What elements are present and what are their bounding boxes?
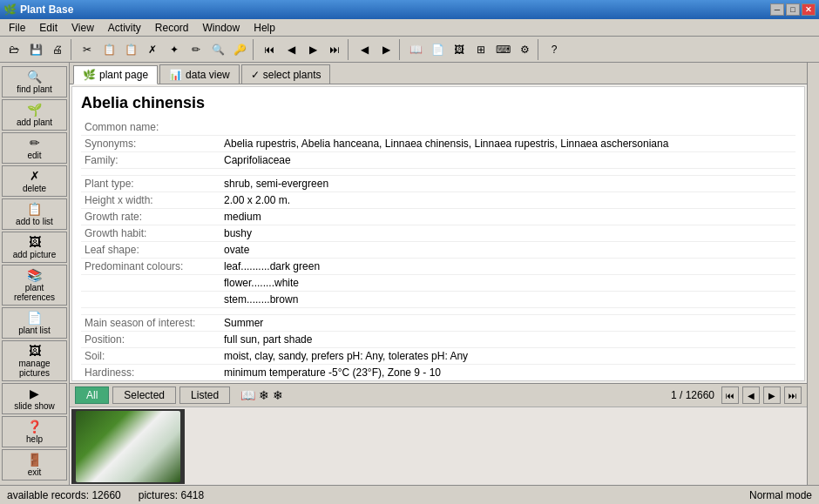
nav-first-button[interactable]: ⏮ [721, 386, 739, 404]
season-label: Main season of interest: [81, 315, 220, 332]
tab-select-plants-icon: ✓ [251, 69, 260, 81]
delete-icon: ✗ [30, 169, 40, 183]
common-name-row: Common name: [81, 119, 795, 136]
sidebar-exit[interactable]: 🚪 exit [2, 449, 67, 480]
nav-prev-button[interactable]: ◀ [742, 386, 760, 404]
toolbar-forward[interactable]: ▶ [376, 39, 396, 60]
menu-file[interactable]: File [2, 20, 32, 36]
toolbar-nav-prev[interactable]: ◀ [281, 39, 301, 60]
toolbar-list[interactable]: 📄 [427, 39, 448, 60]
sidebar: 🔍 find plant 🌱 add plant ✏ edit ✗ delete… [0, 63, 70, 485]
content-area: 🌿 plant page 📊 data view ✓ select plants… [70, 63, 807, 485]
common-name-label: Common name: [81, 119, 220, 136]
origin-row: Origin: China [81, 381, 795, 382]
nav-next-button[interactable]: ▶ [763, 386, 781, 404]
add-plant-icon: 🌱 [27, 103, 42, 117]
toolbar-copy[interactable]: 📋 [98, 39, 119, 60]
toolbar-help[interactable]: ? [544, 39, 565, 60]
sidebar-find-plant[interactable]: 🔍 find plant [2, 66, 67, 97]
minimize-button[interactable]: ─ [770, 3, 784, 16]
sidebar-plant-list[interactable]: 📄 plant list [2, 307, 67, 339]
sidebar-add-plant[interactable]: 🌱 add plant [2, 99, 67, 131]
menu-view[interactable]: View [64, 20, 101, 36]
nav-last-button[interactable]: ⏭ [784, 386, 802, 404]
toolbar-print[interactable]: 🖨 [47, 39, 68, 60]
toolbar-book[interactable]: 📖 [405, 39, 426, 60]
toolbar-nav-last[interactable]: ⏭ [324, 39, 345, 60]
leaf-shape-label: Leaf shape: [81, 242, 220, 259]
plant-info-table: Common name: Synonyms: Abelia rupestris,… [81, 119, 795, 381]
season-row: Main season of interest: Summer [81, 315, 795, 332]
toolbar-cut[interactable]: ✂ [77, 39, 98, 60]
tab-data-view[interactable]: 📊 data view [159, 64, 240, 84]
sidebar-add-picture[interactable]: 🖼 add picture [2, 232, 67, 263]
plant-references-label: plant references [4, 283, 64, 302]
sidebar-add-to-list[interactable]: 📋 add to list [2, 198, 67, 230]
toolbar-keyboard[interactable]: ⌨ [492, 39, 513, 60]
close-button[interactable]: ✕ [802, 3, 816, 16]
toolbar-sep-4 [399, 39, 403, 60]
image-thumbnail[interactable] [71, 409, 185, 484]
growth-habit-value: bushy [220, 225, 795, 242]
slide-show-icon: ▶ [30, 386, 39, 400]
toolbar-back[interactable]: ◀ [354, 39, 375, 60]
nav-selected-button[interactable]: Selected [112, 386, 176, 404]
main-layout: 🔍 find plant 🌱 add plant ✏ edit ✗ delete… [0, 63, 819, 485]
plant-list-label: plant list [18, 326, 51, 335]
sidebar-manage-pictures[interactable]: 🖼 manage pictures [2, 340, 67, 381]
find-plant-icon: 🔍 [27, 70, 42, 84]
toolbar-open[interactable]: 🗁 [3, 39, 24, 60]
height-row: Height x width: 2.00 x 2.00 m. [81, 192, 795, 209]
toolbar-settings[interactable]: ⚙ [514, 39, 535, 60]
sidebar-slide-show[interactable]: ▶ slide show [2, 383, 67, 414]
statusbar: available records: 12660 pictures: 6418 … [0, 485, 819, 504]
sidebar-help[interactable]: ❓ help [2, 416, 67, 447]
record-count: 1 / 12660 [671, 389, 714, 401]
toolbar-grid[interactable]: ⊞ [470, 39, 491, 60]
growth-rate-row: Growth rate: medium [81, 209, 795, 225]
app-icon: 🌿 [3, 3, 17, 16]
sidebar-edit[interactable]: ✏ edit [2, 132, 67, 164]
app-title: Plant Base [20, 3, 73, 16]
nav-snowflake-icon-1: ❄ [259, 388, 269, 402]
toolbar-sep-5 [538, 39, 541, 60]
toolbar-save[interactable]: 💾 [25, 39, 46, 60]
menu-window[interactable]: Window [196, 20, 247, 36]
toolbar-nav-first[interactable]: ⏮ [259, 39, 280, 60]
menu-help[interactable]: Help [247, 20, 282, 36]
help-label: help [26, 434, 43, 444]
origin-value: China [220, 381, 795, 382]
position-row: Position: full sun, part shade [81, 332, 795, 348]
toolbar-nav-play[interactable]: ▶ [302, 39, 323, 60]
sidebar-delete[interactable]: ✗ delete [2, 165, 67, 197]
toolbar-new[interactable]: ✦ [164, 39, 185, 60]
nav-listed-button[interactable]: Listed [179, 386, 230, 404]
tab-plant-page[interactable]: 🌿 plant page [73, 65, 158, 84]
delete-label: delete [23, 184, 46, 193]
nav-all-button[interactable]: All [75, 386, 109, 404]
maximize-button[interactable]: □ [786, 3, 800, 16]
hardiness-value: minimum temperature -5°C (23°F), Zone 9 … [220, 365, 795, 381]
colours-leaf-value: leaf..........dark green [220, 259, 795, 275]
tab-select-plants[interactable]: ✓ select plants [241, 64, 331, 84]
gap-row-1 [81, 169, 795, 176]
help-icon: ❓ [27, 420, 42, 433]
menu-record[interactable]: Record [148, 20, 196, 36]
menu-edit[interactable]: Edit [32, 20, 64, 36]
menu-activity[interactable]: Activity [101, 20, 148, 36]
toolbar-search[interactable]: 🔍 [207, 39, 228, 60]
toolbar-edit[interactable]: ✏ [186, 39, 206, 60]
toolbar-key[interactable]: 🔑 [229, 39, 250, 60]
height-label: Height x width: [81, 192, 220, 209]
sidebar-plant-references[interactable]: 📚 plant references [2, 265, 67, 306]
toolbar-delete[interactable]: ✗ [142, 39, 163, 60]
common-name-value [220, 119, 795, 136]
nav-book-icon: 📖 [240, 388, 255, 402]
colours-row-flower: flower........white [81, 275, 795, 292]
toolbar-image[interactable]: 🖼 [449, 39, 470, 60]
right-scrollbar[interactable] [807, 63, 819, 485]
toolbar-paste[interactable]: 📋 [120, 39, 141, 60]
season-value: Summer [220, 315, 795, 332]
soil-value: moist, clay, sandy, prefers pH: Any, tol… [220, 348, 795, 365]
family-label: Family: [81, 152, 220, 169]
